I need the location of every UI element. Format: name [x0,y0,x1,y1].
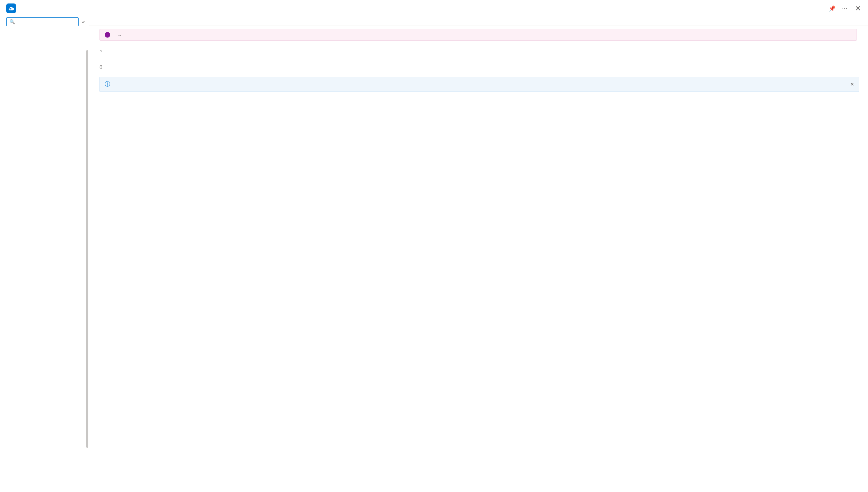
chevron-down-icon: ⌄ [99,48,103,53]
sidebar-scrollbar[interactable] [86,50,89,492]
sidebar: 🔍 « [0,15,89,492]
search-input[interactable] [17,19,75,24]
collapse-sidebar-icon[interactable]: « [82,19,85,25]
info-icon: ⓘ [105,81,110,88]
main-content: → ⌄ () ⓘ [89,15,868,492]
page-header: 📌 ⋯ ✕ [0,0,868,15]
more-icon[interactable]: ⋯ [842,5,847,12]
pin-icon[interactable]: 📌 [829,5,836,12]
banner-icon [105,32,110,38]
close-icon[interactable]: ✕ [855,4,861,13]
banner-arrow-icon: → [117,32,122,38]
dismiss-callout-icon[interactable]: ✕ [850,82,854,87]
semantic-search-callout: ⓘ ✕ [99,77,859,92]
essentials-header[interactable]: ⌄ [99,46,859,55]
command-bar [89,18,868,25]
tags-row: () [99,61,859,73]
sidebar-search[interactable]: 🔍 [6,17,79,26]
availability-banner[interactable]: → [99,29,857,41]
tab-bar [99,98,859,98]
paren: ) [101,64,102,69]
service-logo [6,3,16,13]
search-icon: 🔍 [9,19,15,24]
